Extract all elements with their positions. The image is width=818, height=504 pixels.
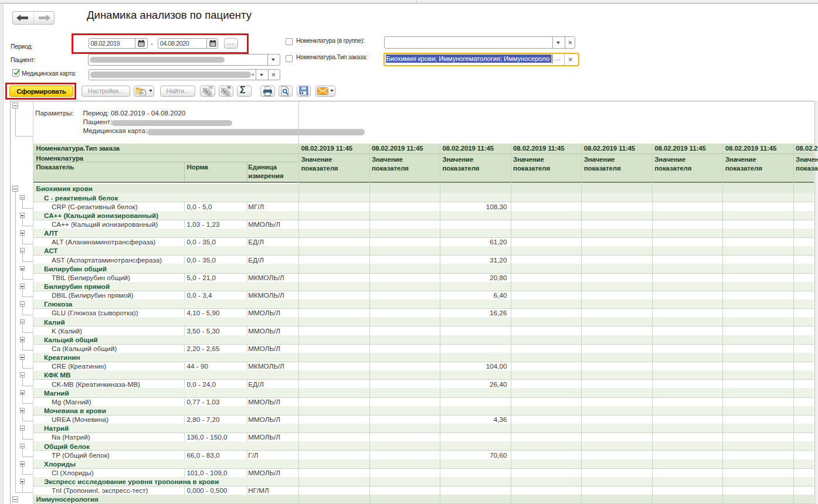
svg-text:+: + bbox=[228, 86, 230, 90]
svg-text:C: C bbox=[208, 91, 211, 95]
svg-text:−: − bbox=[209, 86, 212, 90]
svg-text:C: C bbox=[226, 91, 229, 95]
